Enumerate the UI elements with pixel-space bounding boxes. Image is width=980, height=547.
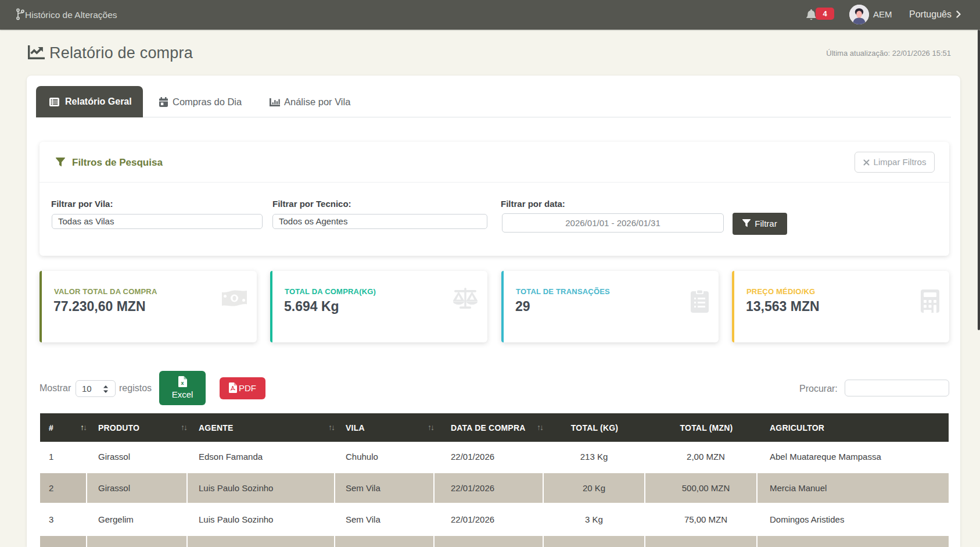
svg-text:x: x <box>181 380 184 386</box>
